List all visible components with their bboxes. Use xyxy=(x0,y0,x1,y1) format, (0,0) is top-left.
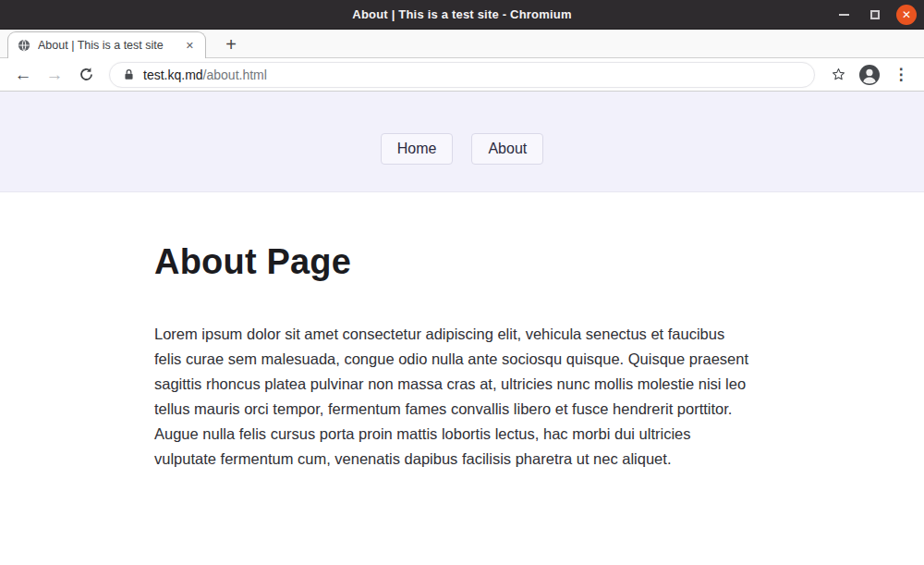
window-controls: ✕ xyxy=(833,0,917,30)
nav-about-button[interactable]: About xyxy=(471,133,543,165)
address-bar[interactable]: test.kq.md/about.html xyxy=(109,62,815,88)
window-title: About | This is a test site - Chromium xyxy=(0,7,924,21)
page-title: About Page xyxy=(154,240,770,283)
page-content: About Page Lorem ipsum dolor sit amet co… xyxy=(154,192,770,471)
nav-home-button[interactable]: Home xyxy=(381,133,454,165)
browser-menu-button[interactable]: ⋮ xyxy=(887,61,915,89)
paragraph-line: tellus mauris orci tempor, fermentum fam… xyxy=(154,397,770,422)
body-paragraph: Lorem ipsum dolor sit amet consectetur a… xyxy=(154,322,770,471)
reload-icon xyxy=(79,67,94,82)
site-nav: Home About xyxy=(381,133,544,165)
profile-button[interactable] xyxy=(856,61,883,89)
window-titlebar: About | This is a test site - Chromium ✕ xyxy=(0,0,924,30)
tab-strip: About | This is a test site ✕ + xyxy=(0,30,924,58)
paragraph-line: Lorem ipsum dolor sit amet consectetur a… xyxy=(154,322,770,347)
site-header: Home About xyxy=(0,92,924,192)
paragraph-line: sagittis rhoncus platea pulvinar non mas… xyxy=(154,372,770,397)
paragraph-line: Augue nulla felis cursus porta proin mat… xyxy=(154,422,770,447)
lock-icon xyxy=(123,68,135,80)
avatar-person-icon xyxy=(858,64,881,86)
paragraph-line: vulputate fermentum cum, venenatis dapib… xyxy=(154,447,770,472)
toolbar-right-icons: ⋮ xyxy=(824,61,915,89)
maximize-button[interactable] xyxy=(865,5,885,25)
minimize-icon xyxy=(839,14,849,16)
back-button[interactable]: ← xyxy=(9,61,37,89)
star-outline-icon xyxy=(831,67,846,82)
close-icon: ✕ xyxy=(902,9,911,20)
forward-button[interactable]: → xyxy=(41,61,68,89)
url-text: test.kq.md/about.html xyxy=(143,68,267,82)
tab-title: About | This is a test site xyxy=(38,39,176,52)
new-tab-button[interactable]: + xyxy=(218,31,244,57)
url-path: /about.html xyxy=(203,68,267,82)
minimize-button[interactable] xyxy=(833,5,854,25)
url-domain: test.kq.md xyxy=(143,68,203,82)
bookmark-button[interactable] xyxy=(824,61,852,89)
maximize-icon xyxy=(870,10,880,19)
paragraph-line: felis curae sem malesuada, congue odio n… xyxy=(154,347,770,372)
browser-toolbar: ← → test.kq.md/about.html ⋮ xyxy=(0,58,924,92)
tab-about[interactable]: About | This is a test site ✕ xyxy=(7,31,206,58)
close-button[interactable]: ✕ xyxy=(896,5,917,25)
globe-favicon-icon xyxy=(18,39,30,52)
reload-button[interactable] xyxy=(72,61,100,89)
tab-close-button[interactable]: ✕ xyxy=(184,39,196,53)
